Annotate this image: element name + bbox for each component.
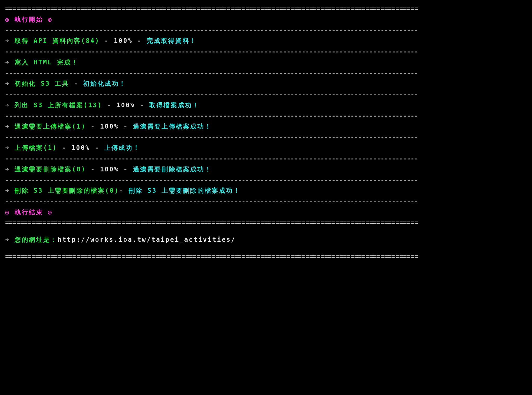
divider-dash: ----------------------------------------… [5,26,527,34]
step-status: 過濾需要刪除檔案成功！ [133,166,212,173]
arrow-icon: ➜ [5,123,10,130]
separator: - [119,123,133,130]
divider-dash: ----------------------------------------… [5,69,527,77]
separator: - [102,102,116,109]
divider-dash: ----------------------------------------… [5,112,527,119]
step-percent: 100% [100,123,119,130]
blank-line [5,247,527,252]
step-line: ➜ 過濾需要上傳檔案(1) - 100% - 過濾需要上傳檔案成功！ [5,122,527,131]
step-task: 過濾需要上傳檔案(1) [15,123,86,130]
divider-double: ========================================… [5,219,527,226]
separator: - [86,123,100,130]
arrow-icon: ➜ [5,187,10,194]
step-percent: 100% [100,166,119,173]
step-status: 過濾需要上傳檔案成功！ [133,123,212,130]
divider-double: ========================================… [5,5,527,12]
separator: - [119,166,133,173]
arrow-icon: ➜ [5,80,10,87]
separator: - [135,102,149,109]
footer-line: ◎ 執行結束 ◎ [5,207,527,217]
url-value: http://works.ioa.tw/taipei_activities/ [58,236,236,243]
header-line: ◎ 執行開始 ◎ [5,15,527,24]
divider-dash: ----------------------------------------… [5,198,527,205]
arrow-icon: ➜ [5,144,10,151]
bullet-icon: ◎ [5,209,10,216]
divider-dash: ----------------------------------------… [5,91,527,98]
separator: - [119,187,128,194]
step-percent: 100% [71,144,90,151]
footer-title: 執行結束 [15,209,43,216]
bullet-icon: ◎ [48,16,53,23]
separator: - [86,166,100,173]
step-status: 初始化成功！ [83,80,126,87]
step-percent: 100% [114,37,132,44]
step-line: ➜ 取得 API 資料內容(84) - 100% - 完成取得資料！ [5,36,527,46]
divider-dash: ----------------------------------------… [5,48,527,55]
separator: - [100,37,114,44]
url-line: ➜ 您的網址是：http://works.ioa.tw/taipei_activ… [5,235,527,245]
arrow-icon: ➜ [5,236,10,243]
step-line: ➜ 初始化 S3 工具 - 初始化成功！ [5,79,527,89]
arrow-icon: ➜ [5,166,10,173]
arrow-icon: ➜ [5,37,10,44]
step-task: 過濾需要刪除檔案(0) [15,166,86,173]
header-title: 執行開始 [15,16,43,23]
step-status: 完成取得資料！ [147,37,197,44]
bullet-icon: ◎ [48,209,53,216]
step-line: ➜ 刪除 S3 上需要刪除的檔案(0)- 刪除 S3 上需要刪除的檔案成功！ [5,186,527,196]
step-line: ➜ 上傳檔案(1) - 100% - 上傳成功！ [5,143,527,153]
step-status: 刪除 S3 上需要刪除的檔案成功！ [129,187,241,194]
divider-double: ========================================… [5,253,527,260]
divider-dash: ----------------------------------------… [5,176,527,184]
separator: - [57,144,71,151]
divider-dash: ----------------------------------------… [5,155,527,162]
separator: - [69,80,83,87]
step-status: 取得檔案成功！ [149,102,199,109]
step-percent: 100% [116,102,135,109]
arrow-icon: ➜ [5,102,10,109]
divider-dash: ----------------------------------------… [5,133,527,141]
separator: - [90,144,104,151]
step-line: ➜ 列出 S3 上所有檔案(13) - 100% - 取得檔案成功！ [5,100,527,110]
url-label: 您的網址是： [15,236,58,243]
blank-line [5,227,527,233]
arrow-icon: ➜ [5,59,10,66]
step-task: 列出 S3 上所有檔案(13) [15,102,102,109]
step-task: 寫入 HTML 完成！ [15,59,78,66]
step-task: 上傳檔案(1) [15,144,57,151]
step-status: 上傳成功！ [104,144,140,151]
separator: - [133,37,147,44]
step-task: 刪除 S3 上需要刪除的檔案(0) [15,187,119,194]
bullet-icon: ◎ [5,16,10,23]
step-task: 取得 API 資料內容(84) [15,37,100,44]
step-task: 初始化 S3 工具 [15,80,69,87]
step-line: ➜ 過濾需要刪除檔案(0) - 100% - 過濾需要刪除檔案成功！ [5,164,527,174]
step-line: ➜ 寫入 HTML 完成！ [5,57,527,67]
